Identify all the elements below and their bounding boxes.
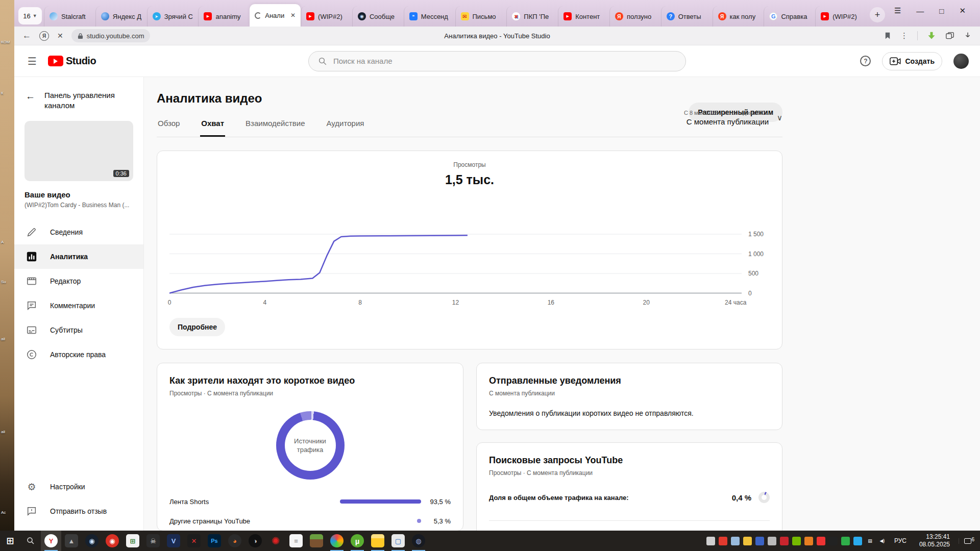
shield-tray-icon[interactable] — [731, 537, 740, 545]
bookmark-icon[interactable] — [884, 32, 891, 40]
channel-search[interactable] — [308, 51, 686, 71]
opera-tray-icon[interactable] — [719, 537, 727, 545]
yandex-tray-tray-icon[interactable] — [817, 537, 825, 545]
browser-tab[interactable]: Яндекс Д — [95, 6, 147, 27]
blue-app-tray-icon[interactable] — [755, 537, 764, 545]
browser-tab[interactable]: ✉Письмо — [455, 6, 507, 27]
browser-tab[interactable]: GСправка — [764, 6, 815, 27]
taskbar-icon-color-browser[interactable] — [327, 531, 347, 551]
taskbar-icon-skull-app[interactable]: ☠ — [143, 531, 163, 551]
browser-tab[interactable]: ▶(WIP#2) — [815, 6, 867, 27]
orange-app-tray-icon[interactable] — [804, 537, 813, 545]
help-icon[interactable]: ? — [860, 56, 871, 66]
language-indicator[interactable]: РУС — [894, 537, 906, 544]
taskbar-icon-x-app[interactable]: ✕ — [184, 531, 204, 551]
browser-tab[interactable]: Яползуно — [609, 6, 661, 27]
back-icon[interactable]: ← — [22, 31, 31, 41]
taskbar-icon-round-app[interactable]: ◑ — [245, 531, 265, 551]
taskbar-icon-start[interactable]: ⊞ — [0, 531, 20, 551]
taskbar-icon-photoshop[interactable]: Ps — [204, 531, 225, 551]
browser-tab[interactable]: ?Ответы — [661, 6, 713, 27]
chevron-down-icon: ▼ — [33, 13, 37, 18]
tab-обзор[interactable]: Обзор — [157, 118, 181, 137]
traffic-source-row[interactable]: Другие страницы YouTube5,3 % — [169, 511, 451, 531]
telegram-tray-tray-icon[interactable] — [853, 537, 862, 545]
headset-tray-icon[interactable] — [706, 537, 715, 545]
browser-tab[interactable]: ▶Контент — [558, 6, 609, 27]
defender-tray-icon[interactable] — [743, 537, 752, 545]
taskbar-icon-dark-app[interactable]: ▲ — [61, 531, 82, 551]
taskbar-icon-utorrent[interactable]: µ — [347, 531, 368, 551]
traffic-source-row[interactable]: Лента Shorts93,5 % — [169, 492, 451, 511]
desktop-wallpaper-strip: КОМКАSuallallАс — [0, 0, 14, 551]
site-address-pill[interactable]: studio.youtube.com — [71, 29, 151, 42]
downloads-icon[interactable] — [964, 32, 972, 40]
browser-tab[interactable]: ✖ПКП 'Пе — [506, 6, 558, 27]
browser-tab[interactable]: Анали✕ — [250, 4, 301, 27]
browser-tab[interactable]: Stalcraft — [44, 6, 95, 27]
sidebar-item-сведения[interactable]: Сведения — [14, 220, 143, 244]
taskbar-icon-display-app[interactable]: ▢ — [388, 531, 408, 551]
taskbar-icon-steam-2[interactable]: ◍ — [408, 531, 429, 551]
clock[interactable]: 13:25:41 08.05.2025 — [919, 533, 950, 548]
period-selector[interactable]: С 8 мая 2025 г. по сегодняшни… С момента… — [684, 110, 782, 126]
sidebar-item-субтитры[interactable]: Субтитры — [14, 318, 143, 342]
sidebar-item-аналитика[interactable]: Аналитика — [14, 244, 143, 269]
browser-tab[interactable]: Якак полу — [713, 6, 764, 27]
tab-аудитория[interactable]: Аудитория — [326, 118, 365, 137]
tab-counter[interactable]: 16 ▼ — [18, 7, 42, 24]
stop-icon[interactable]: ✕ — [57, 32, 63, 40]
maximize-button[interactable]: □ — [939, 7, 944, 15]
youtube-studio-logo[interactable]: Studio — [48, 55, 96, 67]
green-app-tray-icon[interactable] — [841, 537, 850, 545]
details-button[interactable]: Подробнее — [169, 318, 225, 336]
sidebar-item-отправить отзыв[interactable]: Отправить отзыв — [14, 499, 143, 523]
taskbar-icon-blender[interactable]: ◕ — [225, 531, 245, 551]
taskbar-icon-search[interactable] — [20, 531, 41, 551]
hamburger-menu-icon[interactable]: ☰ — [28, 55, 37, 67]
volume-tray-icon[interactable]: ◀) — [878, 537, 887, 545]
browser-tab[interactable]: ➤Зрячий С — [147, 6, 199, 27]
video-thumbnail[interactable]: 0:36 — [24, 121, 133, 181]
adobe-tray-icon[interactable] — [780, 537, 789, 545]
taskbar-icon-red-star[interactable]: ✺ — [265, 531, 286, 551]
sidebar-item-комментарии[interactable]: Комментарии — [14, 293, 143, 318]
minimize-button[interactable]: — — [916, 7, 924, 15]
notification-center[interactable]: 6 — [959, 538, 976, 544]
tabs-panel-icon[interactable] — [945, 32, 954, 40]
browser-tab[interactable]: ❝Мессенд — [404, 6, 455, 27]
taskbar-icon-explorer[interactable] — [368, 531, 388, 551]
close-button[interactable]: ✕ — [959, 6, 966, 15]
nvidia-tray-icon[interactable] — [792, 537, 801, 545]
network-tray-icon[interactable]: ▤ — [866, 537, 874, 545]
taskbar-icon-vegas[interactable]: V — [163, 531, 184, 551]
taskbar-icon-minecraft[interactable] — [306, 531, 327, 551]
create-button[interactable]: Создать — [882, 52, 942, 70]
new-tab-button[interactable]: + — [870, 7, 885, 22]
more-options-icon[interactable]: ⋮ — [900, 31, 908, 40]
gray-app-tray-icon[interactable] — [768, 537, 776, 545]
yandex-reload-icon[interactable]: Я — [39, 31, 49, 41]
browser-tab[interactable]: ◉Сообще — [352, 6, 404, 27]
browser-menu-icon[interactable]: ☰ — [894, 6, 901, 15]
tab-охват[interactable]: Охват — [200, 118, 225, 137]
back-to-dashboard[interactable]: ← Панель управления каналом — [14, 77, 143, 114]
taskbar-icon-table-app[interactable]: ⊞ — [122, 531, 143, 551]
taskbar-icon-notepad[interactable]: ≡ — [286, 531, 306, 551]
sidebar-item-настройки[interactable]: ⚙Настройки — [14, 474, 143, 499]
analytics-icon — [26, 251, 38, 263]
tab-close-icon[interactable]: ✕ — [290, 12, 296, 19]
avatar[interactable] — [953, 54, 969, 69]
sidebar-item-авторские права[interactable]: Авторские права — [14, 342, 143, 367]
taskbar-icon-player[interactable]: ◉ — [102, 531, 122, 551]
tab-взаимодействие[interactable]: Взаимодействие — [244, 118, 306, 137]
search-input[interactable] — [333, 57, 676, 65]
browser-tab[interactable]: ▶(WIP#2) — [301, 6, 352, 27]
black-app-tray-icon[interactable] — [829, 537, 838, 545]
taskbar-icon-steam[interactable]: ◉ — [82, 531, 102, 551]
divider — [489, 520, 770, 521]
taskbar-icon-yandex-browser[interactable]: Y — [41, 531, 61, 551]
video-download-icon[interactable] — [927, 31, 936, 40]
browser-tab[interactable]: ▶ananimy — [198, 6, 250, 27]
sidebar-item-редактор[interactable]: Редактор — [14, 269, 143, 293]
